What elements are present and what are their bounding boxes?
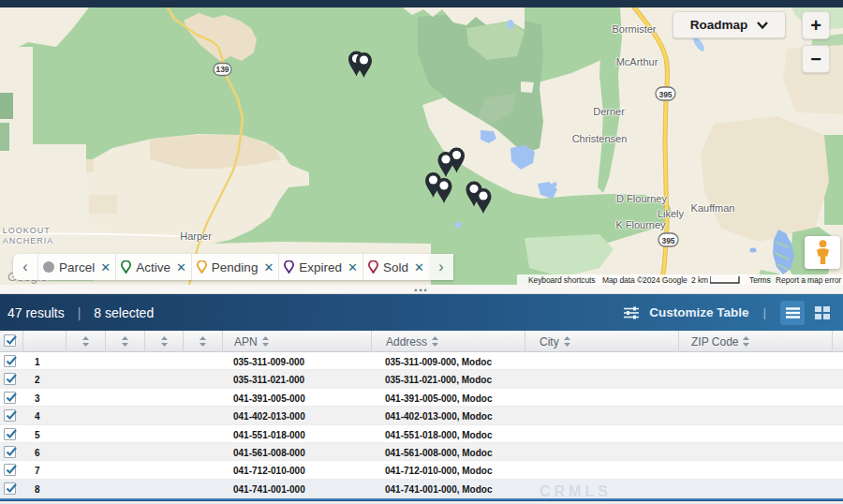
svg-text:395: 395	[661, 236, 674, 245]
svg-text:139: 139	[215, 65, 229, 74]
svg-text:395: 395	[658, 90, 672, 99]
